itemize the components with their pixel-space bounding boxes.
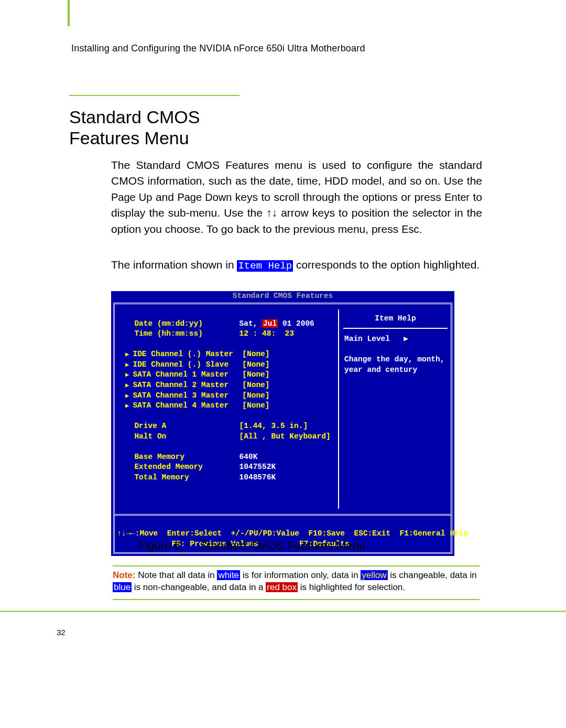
ch2-value[interactable]: [None]	[242, 370, 269, 379]
figure-caption: Figure 6. Standard CMOS Features Menu	[138, 539, 365, 553]
item-help-inline: Item Help	[237, 260, 293, 272]
ext-mem-label: Extended Memory	[134, 463, 203, 471]
p1-mid2: keys to scroll through the options or pr…	[232, 191, 444, 203]
submenu-arrow-icon: ▶	[125, 382, 133, 389]
note-label: Note:	[113, 570, 135, 580]
ch0-label[interactable]: IDE Channel (.) Master	[133, 350, 233, 358]
note-t5: is highlighted for selection.	[298, 582, 405, 592]
note-t4: is non-changeable, and data in a	[132, 582, 266, 592]
time-value[interactable]: 12 : 48: 23	[240, 329, 294, 338]
ch4-value[interactable]: [None]	[242, 391, 269, 400]
bios-screen-title: Standard CMOS Features	[111, 291, 454, 303]
total-mem-label: Total Memory	[134, 473, 189, 481]
p1-text: The Standard CMOS Features menu is used …	[111, 159, 482, 187]
bios-inner: Date (mm:dd:yy) Sat, Jul 01 2006 Time (h…	[113, 303, 452, 516]
note-t3: is changeable, data in	[388, 570, 477, 580]
note-t2: is for information only, data in	[240, 570, 361, 580]
note-hl-yellow: yellow	[361, 570, 387, 580]
note-hl-blue: blue	[113, 582, 132, 592]
key-enter: Enter	[444, 191, 470, 203]
key-pagedown: Page Down	[177, 191, 232, 203]
drive-a-label: Drive A	[134, 422, 166, 430]
arrows-glyph: ↑↓	[266, 207, 277, 219]
time-label: Time (hh:mm:ss)	[134, 329, 203, 338]
ch3-value[interactable]: [None]	[242, 381, 269, 389]
paragraph-1: The Standard CMOS Features menu is used …	[111, 157, 482, 237]
ch5-value[interactable]: [None]	[242, 401, 269, 410]
bios-left-pane: Date (mm:dd:yy) Sat, Jul 01 2006 Time (h…	[115, 309, 338, 509]
halt-on-label: Halt On	[134, 432, 166, 441]
paragraph-2: The information shown in Item Help corre…	[111, 257, 482, 274]
bottom-green-band	[0, 611, 566, 612]
base-mem-label: Base Memory	[134, 453, 184, 461]
footer-line1: ↑↓→←:Move Enter:Select +/-/PU/PD:Value F…	[117, 529, 468, 538]
note-block: Note: Note that all data in white is for…	[113, 565, 480, 600]
submenu-arrow-icon: ▶	[125, 402, 133, 410]
ch1-value[interactable]: [None]	[242, 360, 269, 369]
ch0-value[interactable]: [None]	[242, 350, 269, 358]
date-month-selected[interactable]: Jul	[262, 319, 278, 328]
left-green-rule	[68, 0, 70, 26]
p2-post: corresponds to the option highlighted.	[293, 259, 480, 271]
note-t1: Note that all data in	[135, 570, 217, 580]
date-rest: 01 2006	[278, 319, 314, 328]
date-label: Date (mm:dd:yy)	[134, 319, 203, 328]
p1-mid1: and	[152, 191, 177, 203]
main-level-label: Main Level	[344, 335, 390, 343]
page-number: 32	[57, 628, 66, 637]
figure-label: Figure 6.	[138, 539, 184, 552]
ch2-label[interactable]: SATA Channel 1 Master	[133, 370, 228, 379]
ext-mem-value: 1047552K	[240, 463, 276, 471]
total-mem-value: 1048576K	[240, 473, 276, 481]
note-hl-red: red box	[266, 582, 298, 592]
running-header: Installing and Configuring the NVIDIA nF…	[71, 43, 365, 54]
ch3-label[interactable]: SATA Channel 2 Master	[133, 381, 228, 389]
item-help-title: Item Help	[343, 313, 448, 329]
submenu-arrow-icon: ▶	[125, 351, 133, 358]
key-pageup: Page Up	[111, 191, 152, 203]
key-esc: Esc	[401, 223, 419, 235]
bios-screen: Standard CMOS Features Date (mm:dd:yy) S…	[111, 294, 454, 556]
date-day: Sat,	[240, 319, 258, 328]
halt-on-value[interactable]: [All , But Keyboard]	[240, 432, 331, 441]
submenu-arrow-icon: ▶	[125, 361, 133, 369]
base-mem-value: 640K	[240, 453, 258, 461]
p2-pre: The information shown in	[111, 259, 237, 271]
p1-end: .	[419, 223, 422, 235]
chevron-right-icon: ▶	[404, 335, 408, 343]
ch1-label[interactable]: IDE Channel (.) Slave	[133, 360, 228, 369]
bios-help-pane: Item Help Main Level ▶ Change the day, m…	[338, 309, 451, 509]
help-text: Change the day, month, year and century	[344, 355, 447, 375]
figure-text: Standard CMOS Features Menu	[200, 539, 365, 552]
section-title: Standard CMOS Features Menu	[69, 95, 240, 148]
drive-a-value[interactable]: [1.44, 3.5 in.]	[240, 422, 308, 430]
submenu-arrow-icon: ▶	[125, 371, 133, 379]
submenu-arrow-icon: ▶	[125, 392, 133, 400]
note-hl-white: white	[217, 570, 240, 580]
ch5-label[interactable]: SATA Channel 4 Master	[133, 401, 228, 410]
ch4-label[interactable]: SATA Channel 3 Master	[133, 391, 228, 400]
